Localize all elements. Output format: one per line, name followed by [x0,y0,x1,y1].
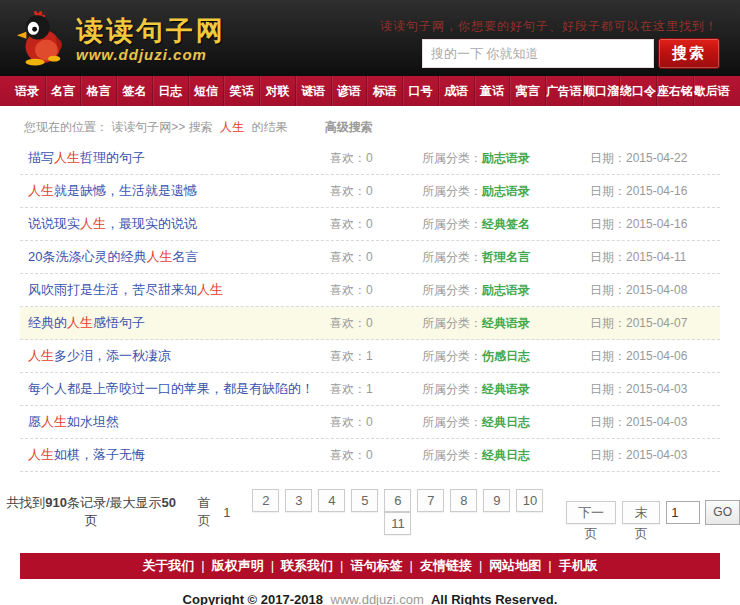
highlighted-keyword: 人生 [41,414,67,429]
result-title-link[interactable]: 每个人都是上帝咬过一口的苹果，都是有缺陷的！ [20,380,330,398]
footer-link-6[interactable]: 网站地图 [489,558,541,573]
footer-link-3[interactable]: 联系我们 [281,558,333,573]
nav-item-4[interactable]: 签名 [117,76,153,106]
nav-item-17[interactable]: 顺口溜 [583,76,620,106]
advanced-search-link[interactable]: 高级搜索 [325,120,373,134]
nav-item-11[interactable]: 标语 [367,76,403,106]
result-likes: 喜欢：0 [330,447,422,464]
highlighted-keyword: 人生 [197,282,223,297]
result-category-link[interactable]: 经典语录 [482,382,530,396]
site-tagline: 读读句子网，你想要的好句子、好段子都可以在这里找到！ [380,18,718,35]
nav-item-15[interactable]: 寓言 [510,76,546,106]
result-category-link[interactable]: 经典日志 [482,448,530,462]
footer-separator: | [479,558,482,573]
main-nav: 语录名言格言签名日志短信笑话对联谜语谚语标语口号成语童话寓言广告语顺口溜绕口令座… [0,76,740,106]
highlighted-keyword: 人生 [80,216,106,231]
pagination-page-11[interactable]: 11 [384,512,411,535]
result-category-link[interactable]: 经典日志 [482,415,530,429]
logo-mascot-icon [16,8,68,70]
pagination-page-2[interactable]: 2 [252,489,279,512]
nav-item-19[interactable]: 座右铭 [657,76,694,106]
nav-item-2[interactable]: 名言 [46,76,82,106]
pagination-page-5[interactable]: 5 [351,489,378,512]
pagination-page-6[interactable]: 6 [384,489,411,512]
highlighted-keyword: 人生 [67,315,93,330]
result-category: 所属分类：经典语录 [422,381,590,398]
result-title-link[interactable]: 人生如棋，落子无悔 [20,446,330,464]
result-title-link[interactable]: 人生就是缺憾，生活就是遗憾 [20,182,330,200]
result-likes: 喜欢：0 [330,183,422,200]
result-title-link[interactable]: 风吹雨打是生活，苦尽甜来知人生 [20,281,330,299]
nav-item-5[interactable]: 日志 [153,76,189,106]
nav-item-13[interactable]: 成语 [439,76,475,106]
copyright-line: Copyright © 2017-2018 www.ddjuzi.com All… [0,592,740,605]
nav-item-16[interactable]: 广告语 [546,76,583,106]
footer-separator: | [340,558,343,573]
nav-item-9[interactable]: 谜语 [296,76,332,106]
pagination-summary: 共找到910条记录/最大显示50页 [0,494,182,530]
result-row: 每个人都是上帝咬过一口的苹果，都是有缺陷的！喜欢：1所属分类：经典语录日期：20… [20,373,720,406]
result-row: 愿人生如水坦然喜欢：0所属分类：经典日志日期：2015-04-03 [20,406,720,439]
pagination-page-10[interactable]: 10 [516,489,543,512]
result-likes: 喜欢：0 [330,414,422,431]
result-category: 所属分类：励志语录 [422,183,590,200]
result-category-link[interactable]: 哲理名言 [482,250,530,264]
footer-link-1[interactable]: 关于我们 [142,558,194,573]
pagination-jump-input[interactable] [666,501,700,524]
footer-link-7[interactable]: 手机版 [559,558,598,573]
result-likes: 喜欢：0 [330,150,422,167]
pagination-go-button[interactable]: GO [705,500,740,525]
search-button[interactable]: 搜索 [658,38,720,69]
result-category-link[interactable]: 励志语录 [482,184,530,198]
result-category: 所属分类：励志语录 [422,282,590,299]
footer-link-4[interactable]: 语句标签 [351,558,403,573]
footer-link-bar: 关于我们|版权声明|联系我们|语句标签|友情链接|网站地图|手机版 [20,553,720,579]
pagination-page-4[interactable]: 4 [318,489,345,512]
breadcrumb-site-link[interactable]: 读读句子网>> [111,120,185,134]
pagination-current-page: 1 [223,505,230,520]
search-input[interactable] [422,39,654,68]
nav-item-18[interactable]: 绕口令 [620,76,657,106]
result-title-link[interactable]: 人生多少泪，添一秋凄凉 [20,347,330,365]
result-title-link[interactable]: 说说现实人生，最现实的说说 [20,215,330,233]
pagination-page-3[interactable]: 3 [285,489,312,512]
pagination-first[interactable]: 首页 [191,494,217,530]
result-title-link[interactable]: 描写人生哲理的句子 [20,149,330,167]
result-category-link[interactable]: 励志语录 [482,283,530,297]
result-likes: 喜欢：0 [330,216,422,233]
pagination-pages: 234567891011 [233,489,562,535]
nav-item-20[interactable]: 歇后语 [694,76,730,106]
nav-item-8[interactable]: 对联 [260,76,296,106]
pagination-page-9[interactable]: 9 [483,489,510,512]
result-title-link[interactable]: 经典的人生感悟句子 [20,314,330,332]
nav-item-1[interactable]: 语录 [10,76,46,106]
result-category: 所属分类：励志语录 [422,150,590,167]
footer-separator: | [201,558,204,573]
result-likes: 喜欢：0 [330,249,422,266]
nav-item-12[interactable]: 口号 [403,76,439,106]
nav-item-7[interactable]: 笑话 [224,76,260,106]
pagination: 共找到910条记录/最大显示50页 首页 1 234567891011 下一页 … [0,489,740,535]
result-date: 日期：2015-04-16 [590,216,720,233]
search-bar: 搜索 [422,38,720,69]
result-category-link[interactable]: 经典语录 [482,316,530,330]
pagination-page-7[interactable]: 7 [417,489,444,512]
result-category-link[interactable]: 伤感日志 [482,349,530,363]
pagination-last[interactable]: 末页 [622,501,660,524]
nav-item-14[interactable]: 童话 [475,76,511,106]
pagination-page-8[interactable]: 8 [450,489,477,512]
breadcrumb-action: 搜索 [189,120,213,134]
result-likes: 喜欢：0 [330,315,422,332]
result-title-link[interactable]: 愿人生如水坦然 [20,413,330,431]
site-logo[interactable]: 读读句子网 www.ddjuzi.com [16,8,226,70]
pagination-next[interactable]: 下一页 [566,501,617,524]
result-category-link[interactable]: 励志语录 [482,151,530,165]
footer-link-5[interactable]: 友情链接 [420,558,472,573]
footer-link-2[interactable]: 版权声明 [212,558,264,573]
result-category-link[interactable]: 经典签名 [482,217,530,231]
nav-item-3[interactable]: 格言 [81,76,117,106]
result-title-link[interactable]: 20条洗涤心灵的经典人生名言 [20,248,330,266]
nav-item-10[interactable]: 谚语 [332,76,368,106]
nav-item-6[interactable]: 短信 [189,76,225,106]
site-header: 读读句子网 www.ddjuzi.com 读读句子网，你想要的好句子、好段子都可… [0,0,740,76]
